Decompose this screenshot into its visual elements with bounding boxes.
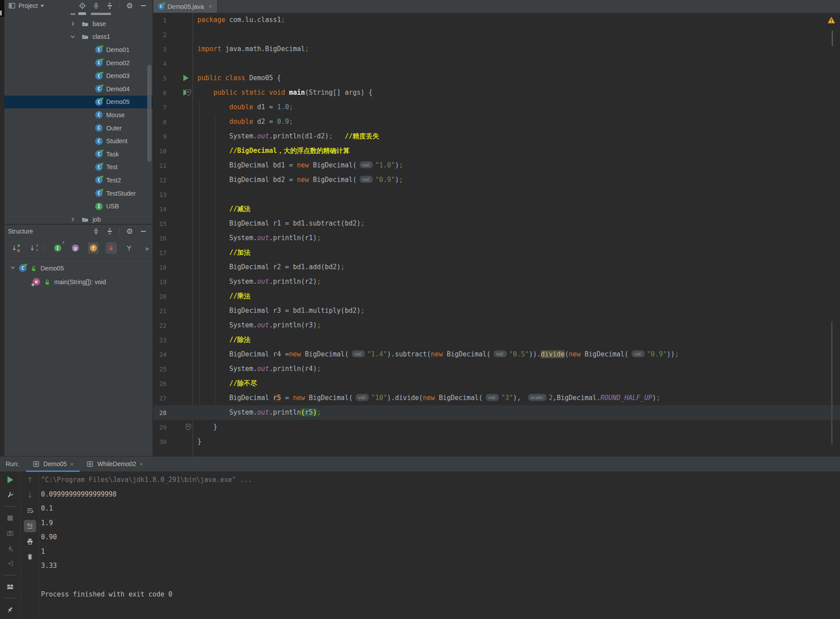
mute-breakpoints-button[interactable] (4, 542, 16, 555)
gutter[interactable] (167, 144, 197, 158)
gutter[interactable] (167, 216, 197, 231)
show-non-public-button[interactable] (106, 242, 117, 254)
line-number[interactable]: 15 (153, 220, 167, 227)
sidebar-item-mouse[interactable]: CMouse (4, 108, 152, 122)
sidebar-item-student[interactable]: CStudent (4, 134, 152, 148)
line-number[interactable]: 26 (153, 380, 167, 387)
expand-all-icon[interactable] (92, 2, 100, 10)
scroll-to-end-button[interactable] (24, 520, 36, 532)
code-line-12[interactable]: 12 BigDecimal bd2 = new BigDecimal(val:"… (153, 173, 840, 187)
line-number[interactable]: 25 (153, 366, 167, 373)
restore-layout-button[interactable] (4, 581, 16, 593)
code-line-20[interactable]: 20 //乘法 (153, 289, 840, 304)
line-number[interactable]: 20 (153, 293, 167, 300)
line-number[interactable]: 19 (153, 278, 167, 285)
close-icon[interactable]: × (71, 461, 74, 467)
code-line-24[interactable]: 24 BigDecimal r4 =new BigDecimal(val:"1.… (153, 347, 840, 362)
settings-icon[interactable]: ⚙ (126, 2, 134, 10)
show-properties-button[interactable]: p (70, 242, 81, 254)
fold-marker-icon[interactable] (185, 89, 192, 98)
gutter[interactable] (167, 100, 197, 115)
chevron-down-icon[interactable] (70, 33, 76, 40)
code-line-29[interactable]: 29 } (153, 420, 840, 434)
editor-tab-demo05[interactable]: C Demo05.java × (153, 0, 218, 13)
code-line-11[interactable]: 11 BigDecimal bd1 = new BigDecimal(val:"… (153, 158, 840, 173)
settings-icon[interactable]: ⚙ (126, 227, 134, 235)
code-line-21[interactable]: 21 BigDecimal r3 = bd1.multiply(bd2); (153, 304, 840, 318)
code-line-28[interactable]: 28 System.out.println(r5); (153, 405, 840, 420)
sidebar-item-base[interactable]: base (4, 17, 152, 30)
gutter[interactable] (167, 158, 197, 173)
rerun-button[interactable] (4, 474, 16, 486)
scrollbar-mark[interactable] (832, 30, 833, 46)
gutter[interactable] (167, 202, 197, 216)
code-line-7[interactable]: 7 double d1 = 1.0; (153, 100, 840, 115)
line-number[interactable]: 22 (153, 322, 167, 329)
gutter[interactable] (167, 289, 197, 304)
sidebar-item-teststuder[interactable]: CTestStuder (4, 187, 152, 200)
line-number[interactable]: 2 (153, 31, 167, 38)
fold-marker-icon[interactable] (185, 423, 192, 433)
line-number[interactable]: 23 (153, 337, 167, 344)
code-line-15[interactable]: 15 BigDecimal r1 = bd1.subtract(bd2); (153, 216, 840, 231)
code-line-27[interactable]: 27 BigDecimal r5 = new BigDecimal(val:"1… (153, 391, 840, 405)
line-number[interactable]: 7 (153, 104, 167, 111)
line-number[interactable]: 11 (153, 162, 167, 169)
project-panel-title[interactable]: Project (19, 2, 38, 9)
line-number[interactable]: 4 (153, 60, 167, 67)
warning-icon[interactable] (827, 16, 836, 26)
line-number[interactable]: 17 (153, 249, 167, 256)
chevron-right-icon[interactable] (70, 216, 76, 222)
line-number[interactable]: 8 (153, 119, 167, 126)
line-number[interactable]: 10 (153, 148, 167, 155)
gutter[interactable] (167, 129, 197, 144)
soft-wrap-button[interactable] (24, 504, 36, 517)
gutter[interactable] (167, 42, 197, 56)
code-line-17[interactable]: 17 //加法 (153, 245, 840, 260)
line-number[interactable]: 21 (153, 308, 167, 315)
code-line-13[interactable]: 13 (153, 187, 840, 202)
camera-button[interactable] (4, 527, 16, 539)
line-number[interactable]: 27 (153, 395, 167, 402)
gutter[interactable] (167, 347, 197, 362)
gutter[interactable] (167, 85, 197, 100)
code-line-14[interactable]: 14 //减法 (153, 202, 840, 216)
code-line-23[interactable]: 23 //除法 (153, 333, 840, 347)
sidebar-item-test2[interactable]: CTest2 (4, 174, 152, 187)
gutter[interactable] (167, 274, 197, 289)
structure-item-main[interactable]: mmain(String[]): void (4, 275, 152, 289)
locate-icon[interactable] (78, 2, 86, 10)
line-number[interactable]: 9 (153, 133, 167, 140)
line-number[interactable]: 1 (153, 17, 167, 24)
code-line-19[interactable]: 19 System.out.println(r2); (153, 274, 840, 289)
code-line-1[interactable]: 1package com.lu.class1; (153, 13, 840, 27)
close-icon[interactable]: × (140, 461, 143, 467)
expand-all-icon[interactable] (92, 227, 100, 235)
gutter[interactable] (167, 27, 197, 42)
gutter[interactable] (167, 56, 197, 71)
gutter[interactable] (167, 173, 197, 187)
code-line-4[interactable]: 4 (153, 56, 840, 71)
line-number[interactable]: 14 (153, 206, 167, 213)
down-button[interactable]: ↓ (24, 489, 36, 501)
wrench-button[interactable] (4, 489, 16, 501)
gutter[interactable] (167, 304, 197, 318)
show-fields-button[interactable]: f (88, 242, 99, 254)
project-tree-scrollbar[interactable] (147, 65, 152, 162)
more-button[interactable]: » (141, 242, 152, 254)
sidebar-item-test[interactable]: CTest (4, 161, 152, 174)
gutter[interactable] (167, 434, 197, 449)
gutter[interactable] (167, 13, 197, 27)
sort-alphabetically-button[interactable]: ↓az (27, 242, 38, 254)
stop-button[interactable] (4, 512, 16, 524)
gutter[interactable] (167, 333, 197, 347)
line-number[interactable]: 24 (153, 351, 167, 358)
gutter[interactable] (167, 376, 197, 391)
sidebar-item-usb[interactable]: IUSB (4, 200, 152, 213)
code-editor[interactable]: 1package com.lu.class1;23import java.mat… (153, 13, 840, 456)
code-line-26[interactable]: 26 //除不尽 (153, 376, 840, 391)
hide-icon[interactable] (139, 227, 147, 235)
close-icon[interactable]: × (209, 3, 212, 10)
code-line-25[interactable]: 25 System.out.println(r4); (153, 362, 840, 376)
sidebar-item-demo01[interactable]: CDemo01 (4, 43, 152, 56)
